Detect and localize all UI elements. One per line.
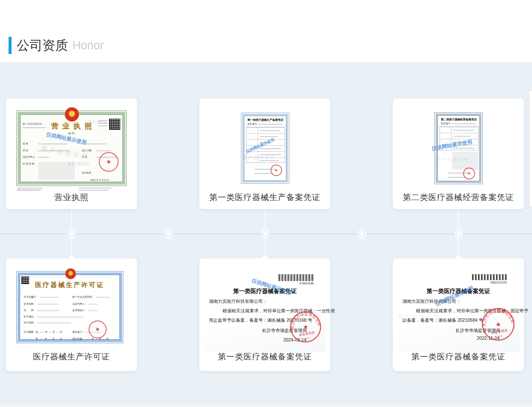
field-label-type: 类 型: [23, 149, 28, 152]
license-title: 医疗器械生产许可证: [17, 281, 123, 289]
filing-no-label: 备案编号：: [441, 122, 453, 125]
blurred-text: [38, 157, 49, 158]
red-seal-icon: ★: [87, 319, 108, 340]
svg-text:1-3: 1-3: [498, 334, 503, 338]
honor-card-class1-filing-2022[interactable]: RBSXOCR1 第一类医疗器械备案凭证 湖南力宾医疗科技有限公司： 根据相关法…: [393, 258, 524, 371]
next-section-edge: [0, 405, 532, 407]
filing-no-label: 备案编号：: [247, 122, 259, 126]
issue-date: 2023 年 3 月 8 日: [90, 178, 109, 182]
barcode: [472, 274, 507, 280]
blurred-text: [259, 124, 282, 125]
timeline-node: [69, 230, 74, 238]
footer-url: http://www.gsxt.gov.cn: [17, 189, 41, 191]
qr-code: [109, 119, 120, 130]
national-emblem-icon: [65, 268, 76, 279]
filing-certificate-image: 第二类医疗器械经营备案凭证 备案编号： ★ 仅供网站展示使用 用户自传证书: [434, 112, 483, 184]
barcode: [279, 274, 314, 281]
card-caption: 第一类医疗器械生产备案凭证: [199, 192, 330, 203]
card-caption: 营业执照: [6, 192, 137, 203]
card-caption: 医疗器械生产许可证: [6, 351, 137, 362]
certificate-title: 第一类医疗器械生产备案凭证: [247, 118, 283, 122]
svg-text:审核专用章: 审核专用章: [491, 328, 508, 335]
timeline-node: [166, 230, 171, 238]
field-label-name: 名 称: [23, 142, 28, 145]
business-license-image: SCJDGL SCJDGL 统一社会信用代码 营业执照 （副 本） 名 称 类 …: [16, 111, 127, 186]
blurred-text: [98, 126, 107, 126]
filing-document-image: 07MION48 第一类医疗器械备案凭证 湖南力宾医疗科技有限公司： 根据相关法…: [204, 263, 326, 352]
blurred-text: [96, 150, 111, 151]
honor-card-production-license[interactable]: 医疗器械生产许可证 许可证编号： 统一社会信用代码： 企业名称： 法定代表人： …: [6, 258, 137, 371]
svg-text:审核专用章: 审核专用章: [299, 330, 315, 337]
accent-bar: [9, 37, 12, 54]
honor-card-class1-production-filing[interactable]: 第一类医疗器械生产备案凭证 备案编号： ★ 仅供网站展示使用 用户自传证书 第一…: [199, 99, 330, 209]
blurred-text: [17, 188, 43, 189]
svg-text:★: ★: [302, 323, 309, 331]
company-honor-page: 公司资质 Honor SCJDGL SCJDGL 统一社会信用代码 营业执照 （…: [0, 0, 532, 407]
svg-text:1-3: 1-3: [306, 337, 310, 340]
watermark-upload: 用户自传证书: [40, 144, 90, 161]
blurred-text: [452, 123, 476, 124]
production-license-image: 医疗器械生产许可证 许可证编号： 统一社会信用代码： 企业名称： 法定代表人： …: [16, 271, 123, 343]
section-header: 公司资质 Honor: [9, 37, 104, 54]
national-emblem-icon: [65, 107, 79, 122]
red-seal-icon: ★: [269, 163, 283, 177]
card-caption: 第二类医疗器械经营备案凭证: [393, 192, 524, 203]
blurred-text: [448, 177, 466, 178]
blurred-text: [79, 190, 109, 191]
blurred-text: [254, 173, 273, 174]
filing-certificate-image: 第一类医疗器械生产备案凭证 备案编号： ★ 仅供网站展示使用 用户自传证书: [241, 113, 289, 184]
watermark-upload: 用户自传证书: [436, 156, 469, 163]
timeline-node: [360, 230, 365, 238]
svg-text:★: ★: [495, 320, 502, 328]
blurred-paragraph: [38, 162, 75, 180]
honor-card-class2-operation-filing[interactable]: 第二类医疗器械经营备案凭证 备案编号： ★ 仅供网站展示使用 用户自传证书 第二…: [393, 99, 524, 209]
official-seal: 长沙市市场监督管理局 ★ 审核专用章 1-3: [479, 305, 518, 344]
certificate-title: 第二类医疗器械经营备案凭证: [440, 118, 476, 122]
blurred-text: [79, 188, 112, 189]
honor-card-class1-filing-2024[interactable]: 07MION48 第一类医疗器械备案凭证 湖南力宾医疗科技有限公司： 根据相关法…: [199, 258, 330, 371]
partial-next-card[interactable]: [529, 91, 532, 206]
barcode-text: RBSXOCR1: [472, 281, 507, 284]
blurred-text: [98, 120, 107, 121]
timeline-node: [456, 230, 461, 238]
red-seal-icon: ★: [97, 150, 121, 174]
blurred-text: [98, 123, 107, 124]
license-subtitle: （副 本）: [66, 132, 77, 135]
barcode-text: 07MION48: [279, 282, 314, 285]
card-caption: 第一类医疗器械备案凭证: [393, 351, 524, 362]
watermark-upload: 用户自传证书: [224, 314, 268, 322]
filing-document-image: RBSXOCR1 第一类医疗器械备案凭证 湖南力宾医疗科技有限公司： 根据相关法…: [397, 263, 520, 352]
honor-card-business-license[interactable]: SCJDGL SCJDGL 统一社会信用代码 营业执照 （副 本） 名 称 类 …: [6, 99, 137, 209]
official-seal: 长沙市市场监督管理局 ★ 审核专用章 1-3: [287, 308, 324, 346]
card-caption: 第一类医疗器械备案凭证: [199, 351, 330, 362]
timeline-node: [263, 230, 268, 238]
field-label-legal-rep: 法定代表人: [23, 155, 35, 159]
field-label-scope: 经 营 范 围: [23, 162, 34, 165]
page-subtitle: Honor: [72, 39, 104, 52]
company-line: 湖南力宾医疗科技有限公司：: [209, 299, 267, 305]
registrar-label: 登记机关: [82, 171, 91, 174]
page-title: 公司资质: [17, 37, 68, 54]
watermark-upload: 用户自传证书: [242, 154, 276, 161]
watermark-upload: 用户自传证书: [397, 313, 441, 321]
